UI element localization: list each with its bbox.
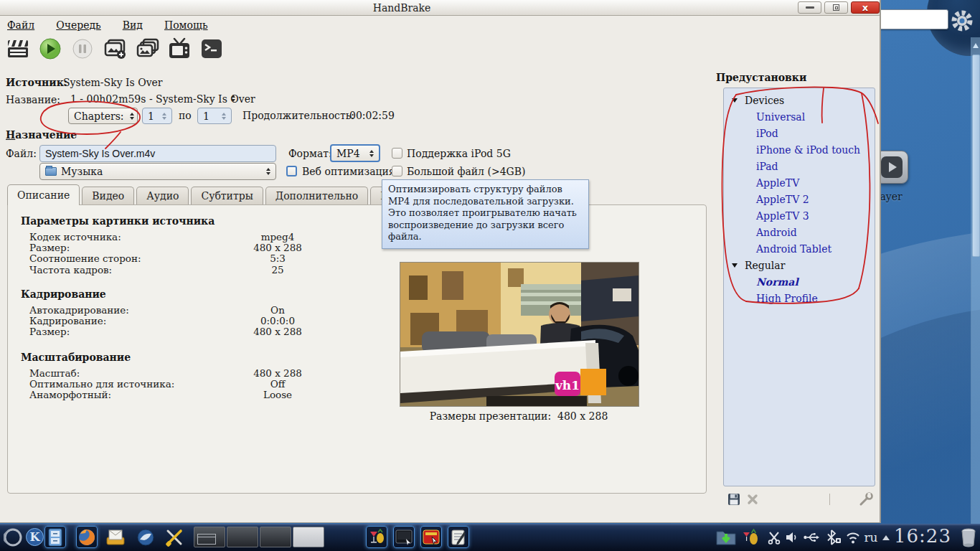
ipod-support-label: Поддержка iPod 5G bbox=[407, 148, 511, 159]
preset-item-android[interactable]: Android bbox=[724, 224, 875, 240]
menu-help[interactable]: Помощь bbox=[161, 18, 211, 32]
clipboard-tray-icon[interactable] bbox=[766, 528, 782, 547]
preset-item-universal[interactable]: Universal bbox=[724, 108, 875, 125]
destination-folder-dropdown[interactable]: Музыка bbox=[39, 163, 276, 180]
menu-file[interactable]: Файл bbox=[4, 18, 37, 32]
preset-group-devices[interactable]: Devices bbox=[724, 92, 875, 108]
window-title: HandBrake bbox=[337, 2, 466, 14]
section-title: Кадрирование bbox=[21, 288, 321, 300]
preset-item-high-profile[interactable]: High Profile bbox=[724, 290, 875, 306]
pager-desktop-3[interactable] bbox=[260, 527, 291, 547]
preset-item-android-tablet[interactable]: Android Tablet bbox=[724, 240, 875, 257]
maximize-button[interactable] bbox=[824, 1, 848, 14]
bluetooth-tray-icon[interactable] bbox=[824, 528, 842, 547]
games-app-button[interactable] bbox=[366, 526, 387, 548]
svg-text:K: K bbox=[29, 530, 40, 544]
source-picture-section: Параметры картинки источника Кодек источ… bbox=[21, 215, 321, 276]
chapter-end-spinner[interactable]: 1 bbox=[197, 108, 232, 124]
scaling-section: Масштабирование Масштаб:480 x 288 Оптима… bbox=[21, 352, 321, 401]
mini-window-icon bbox=[197, 534, 216, 545]
file-name-input[interactable] bbox=[39, 145, 276, 162]
spinner-arrows-icon[interactable] bbox=[162, 113, 166, 120]
delete-x-icon bbox=[747, 494, 758, 505]
large-file-checkbox[interactable] bbox=[392, 166, 402, 176]
toolbar bbox=[6, 36, 224, 62]
chevron-down-icon[interactable] bbox=[732, 98, 738, 103]
preset-item-ipod[interactable]: iPod bbox=[724, 125, 875, 141]
tab-subtitles[interactable]: Субтитры bbox=[191, 187, 263, 205]
notes-app-button[interactable] bbox=[448, 526, 469, 548]
spinner-arrows-icon[interactable] bbox=[222, 113, 226, 120]
title-label: Название: bbox=[6, 94, 60, 105]
usb-tray-icon[interactable] bbox=[802, 528, 821, 547]
video-source-button[interactable] bbox=[6, 36, 30, 62]
preset-item-normal[interactable]: Normal bbox=[724, 273, 875, 290]
terminal-app-button[interactable] bbox=[393, 526, 415, 548]
save-icon bbox=[727, 493, 740, 506]
scroll-up-arrow-icon[interactable] bbox=[973, 43, 979, 48]
menu-queue[interactable]: Очередь bbox=[53, 18, 104, 32]
gear-icon[interactable] bbox=[948, 7, 976, 34]
kde-menu-button[interactable]: K bbox=[24, 526, 45, 548]
cropping-section: Кадрирование Автокадрирование:On Кадриро… bbox=[21, 288, 321, 338]
preset-item-appletv2[interactable]: AppleTV 2 bbox=[724, 191, 875, 207]
web-optimized-checkbox[interactable] bbox=[286, 166, 297, 176]
range-type-dropdown[interactable]: Chapters: bbox=[68, 108, 138, 124]
preset-item-appletv[interactable]: AppleTV bbox=[724, 174, 875, 191]
file-cabinet-icon bbox=[48, 528, 62, 547]
mail-client-button[interactable] bbox=[105, 526, 126, 548]
tab-video[interactable]: Видео bbox=[82, 187, 134, 205]
red-app-cursor-icon bbox=[423, 529, 440, 546]
pager-desktop-2[interactable] bbox=[227, 527, 258, 547]
activity-window-button[interactable] bbox=[199, 36, 224, 62]
volume-tray-icon[interactable] bbox=[783, 528, 799, 547]
trash-tray-icon[interactable] bbox=[958, 528, 979, 547]
preset-item-iphone-ipod-touch[interactable]: iPhone & iPod touch bbox=[724, 141, 875, 158]
show-queue-button[interactable] bbox=[135, 36, 159, 62]
preset-item-ipad[interactable]: iPad bbox=[724, 158, 875, 174]
wifi-icon bbox=[845, 530, 861, 545]
firefox-button[interactable] bbox=[76, 526, 98, 548]
section-title: Масштабирование bbox=[21, 352, 321, 363]
title-selector-arrows-icon[interactable] bbox=[225, 95, 235, 102]
file-manager-button[interactable] bbox=[44, 526, 66, 548]
web-browser-button[interactable] bbox=[135, 526, 156, 548]
pager-desktop-1[interactable] bbox=[194, 527, 225, 547]
download-manager-tray-icon[interactable] bbox=[714, 528, 738, 547]
close-button[interactable]: x bbox=[851, 1, 880, 14]
save-preset-button[interactable] bbox=[725, 491, 743, 507]
pager-desktop-4[interactable] bbox=[293, 527, 324, 547]
taskbar-clock[interactable]: 16:23 bbox=[894, 525, 951, 547]
minimize-button[interactable] bbox=[798, 1, 821, 14]
preset-item-appletv3[interactable]: AppleTV 3 bbox=[724, 207, 875, 224]
taskbar: K bbox=[0, 524, 980, 551]
chevron-down-icon[interactable] bbox=[732, 263, 738, 268]
launcher-sphere-button[interactable] bbox=[2, 526, 24, 548]
system-tools-button[interactable] bbox=[164, 526, 185, 548]
tray-expand-button[interactable] bbox=[881, 528, 891, 547]
delete-preset-button[interactable] bbox=[743, 491, 762, 507]
preset-group-regular[interactable]: Regular bbox=[724, 257, 875, 273]
pause-encode-button[interactable] bbox=[70, 36, 95, 62]
menu-view[interactable]: Вид bbox=[120, 18, 146, 32]
package-tool-button[interactable] bbox=[420, 526, 442, 548]
tab-summary[interactable]: Описание bbox=[7, 184, 80, 205]
start-encode-button[interactable] bbox=[38, 36, 62, 62]
keyboard-layout-indicator[interactable]: ru bbox=[861, 528, 881, 547]
desktop-scrollbar[interactable] bbox=[971, 37, 980, 524]
chapter-start-spinner[interactable]: 1 bbox=[142, 108, 172, 124]
titlebar[interactable]: HandBrake x bbox=[0, 0, 880, 16]
k-menu-icon: K bbox=[25, 527, 44, 547]
scrollbar-thumb[interactable] bbox=[972, 55, 980, 257]
dropdown-arrows-icon bbox=[124, 113, 134, 120]
wifi-tray-icon[interactable] bbox=[845, 528, 861, 547]
preset-options-button[interactable] bbox=[857, 491, 875, 507]
add-to-queue-button[interactable] bbox=[103, 36, 127, 62]
ipod-support-checkbox[interactable] bbox=[392, 148, 402, 159]
summary-row: Размер:480 x 288 bbox=[21, 326, 321, 337]
format-dropdown[interactable]: MP4 bbox=[330, 144, 380, 162]
tab-audio[interactable]: Аудио bbox=[136, 187, 189, 205]
picture-settings-button[interactable] bbox=[167, 36, 192, 62]
tab-advanced[interactable]: Дополнительно bbox=[265, 187, 368, 205]
wine-tray-icon[interactable] bbox=[740, 528, 760, 547]
